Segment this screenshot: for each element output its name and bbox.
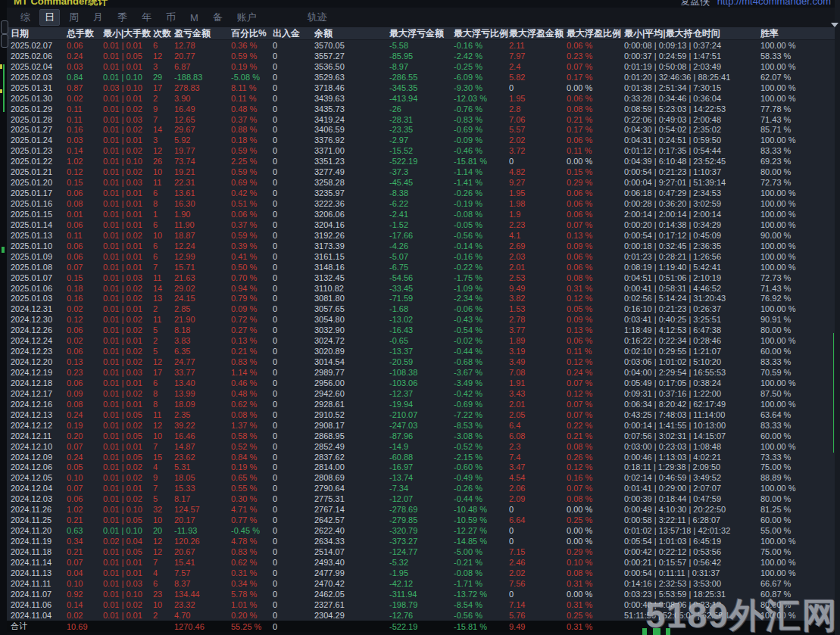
table-row[interactable]: 2025.01.200.150.01 | 0.031122.310.69 %03… [7, 177, 840, 188]
col-header-max-float-loss-pct[interactable]: 最大浮亏比例 [454, 27, 509, 40]
table-row[interactable]: 2024.12.180.060.01 | 0.01613.400.46 %029… [7, 378, 840, 388]
table-row[interactable]: 2024.12.110.200.01 | 0.051016.460.58 %02… [7, 431, 840, 441]
cell-pnl: 24.15 [174, 294, 231, 303]
table-row[interactable]: 2024.12.260.060.01 | 0.0258.180.27 %0303… [7, 325, 840, 335]
table-row[interactable]: 2024.11.190.340.02 | 0.0412120.264.78 %0… [7, 536, 840, 546]
table-row[interactable]: 2024.12.160.080.01 | 0.01818.090.62 %029… [7, 399, 840, 409]
table-row[interactable]: 2025.01.130.110.01 | 0.021018.870.59 %03… [7, 230, 840, 241]
table-row[interactable]: 2025.01.100.060.01 | 0.01612.240.39 %031… [7, 241, 840, 251]
table-row[interactable]: 2024.11.261.020.01 | 0.1032124.574.71 %0… [7, 504, 840, 515]
table-row[interactable]: 2024.11.140.070.01 | 0.01715.410.62 %024… [7, 557, 840, 568]
col-header-max-float-profit[interactable]: 最大浮盈金额 [509, 27, 567, 40]
tab-日[interactable]: 日 [39, 9, 60, 26]
table-row[interactable]: 2024.12.300.120.01 | 0.021121.900.72 %03… [7, 314, 840, 325]
tab-年[interactable]: 年 [136, 9, 157, 26]
cell-balance: 3081.80 [314, 294, 389, 303]
cell-percent: 0.51 % [231, 199, 273, 208]
tab-月[interactable]: 月 [88, 9, 108, 26]
cell-count: 6 [153, 579, 174, 588]
table-row[interactable]: 2025.02.040.030.01 | 0.0136.870.19 %0353… [7, 61, 840, 72]
table-row[interactable]: 2025.01.030.160.01 | 0.021324.150.79 %03… [7, 294, 840, 304]
table-row[interactable]: 2025.02.060.240.01 | 0.051220.770.59 %03… [7, 51, 840, 61]
cell-win-rate: 100.00 % [760, 304, 833, 313]
col-header-pnl[interactable]: 盈亏金额 [174, 27, 231, 40]
table-row[interactable]: 2024.12.240.020.01 | 0.0123.830.13 %0302… [7, 335, 840, 346]
cell-max-float-profit: 5.76 [509, 611, 567, 620]
col-header-count[interactable]: 次数 [153, 27, 174, 40]
col-header-deposit[interactable]: 出入金 [273, 27, 314, 40]
table-row[interactable]: 2024.11.250.210.01 | 0.051020.170.77 %02… [7, 515, 840, 525]
table-row[interactable]: 2025.01.280.110.01 | 0.03712.650.37 %034… [7, 114, 840, 125]
table-row[interactable]: 2025.01.230.140.01 | 0.021219.770.59 %03… [7, 145, 840, 156]
table-row[interactable]: 2025.02.070.060.01 | 0.01612.780.36 %035… [7, 40, 840, 51]
col-header-max-float-loss[interactable]: 最大浮亏金额 [389, 27, 454, 40]
table-row[interactable]: 2024.12.230.060.01 | 0.0256.350.21 %0302… [7, 346, 840, 356]
cell-minmax-lots: 0.01 | 0.03 [103, 579, 153, 588]
table-row[interactable]: 2024.12.090.240.01 | 0.051523.620.84 %02… [7, 452, 840, 462]
tab-币[interactable]: 币 [161, 9, 181, 26]
table-row[interactable]: 2025.01.210.120.01 | 0.021019.210.59 %03… [7, 167, 840, 177]
cell-max-float-profit: 0 [509, 537, 567, 546]
table-row[interactable]: 2025.01.290.110.01 | 0.02916.490.48 %034… [7, 104, 840, 114]
table-row[interactable]: 2025.01.160.080.01 | 0.01816.300.51 %032… [7, 198, 840, 209]
table-row[interactable]: 2024.12.040.070.01 | 0.01715.330.55 %027… [7, 483, 840, 493]
table-row[interactable]: 2024.11.130.040.01 | 0.0147.570.31 %0247… [7, 568, 840, 578]
table-row[interactable]: 2024.12.050.100.01 | 0.02918.050.65 %028… [7, 472, 840, 483]
table-row[interactable]: 2025.01.310.870.03 | 0.1017278.838.11 %0… [7, 82, 840, 93]
cell-deposit: 0 [273, 515, 314, 524]
scroll-down-arrow-icon[interactable] [831, 23, 838, 27]
tab-周[interactable]: 周 [64, 9, 84, 26]
brand-url-link[interactable]: http://mt4commander.com [717, 0, 831, 7]
cell-hold-time: 0:04:39 | 6:10:48 | 23:52:45 [624, 157, 760, 166]
table-row[interactable]: 2024.12.310.020.01 | 0.0122.850.09 %0305… [7, 303, 840, 314]
cell-date: 2024.11.20 [11, 526, 67, 535]
table-row[interactable]: 2024.11.200.630.01 | 0.1020-11.93-0.45 %… [7, 525, 840, 536]
table-row[interactable]: 2025.01.080.070.01 | 0.01715.710.50 %031… [7, 262, 840, 272]
col-header-minmax-lots[interactable]: 最小|大手数 [103, 27, 153, 40]
cell-balance: 2868.95 [314, 431, 389, 440]
col-header-hold-time[interactable]: 最小|平均|最大持仓时间 [624, 27, 760, 40]
cell-win-rate: 71.43 % [760, 115, 833, 124]
col-header-lots[interactable]: 总手数 [67, 27, 103, 40]
tab-综[interactable]: 综 [15, 9, 36, 26]
table-row[interactable]: 2025.01.070.150.01 | 0.031121.630.70 %03… [7, 272, 840, 283]
table-row[interactable]: 2025.02.030.840.01 | 0.1029-188.83-5.08 … [7, 72, 840, 82]
tab-备[interactable]: 备 [208, 9, 228, 26]
table-row[interactable]: 2024.11.180.210.01 | 0.051220.670.83 %02… [7, 546, 840, 557]
table-row[interactable]: 2024.12.170.090.01 | 0.02813.990.48 %029… [7, 388, 840, 399]
col-header-date[interactable]: 日期 [11, 27, 67, 40]
table-row[interactable]: 2024.12.120.190.01 | 0.021239.221.37 %02… [7, 420, 840, 431]
col-header-win-rate[interactable]: 胜率 [760, 27, 833, 40]
tab-账户[interactable]: 账户 [232, 9, 262, 26]
cell-minmax-lots: 0.01 | 0.02 [103, 347, 153, 356]
table-row[interactable]: 2025.01.140.060.01 | 0.01611.900.37 %032… [7, 219, 840, 230]
col-header-max-float-profit-pct[interactable]: 最大浮盈比例 [567, 27, 624, 40]
table-row[interactable]: 2024.12.190.230.01 | 0.031733.771.14 %02… [7, 367, 840, 378]
cell-count: 6 [153, 378, 174, 388]
cell-hold-time: 0:03:41 | 0:40:25 | 3:25:51 [624, 315, 760, 324]
table-row[interactable]: 2024.11.110.100.01 | 0.0368.370.34 %0247… [7, 578, 840, 589]
table-row[interactable]: 2025.01.060.180.01 | 0.021429.020.94 %03… [7, 283, 840, 294]
table-row[interactable]: 2025.01.240.030.01 | 0.0135.920.18 %0337… [7, 135, 840, 145]
tab-M[interactable]: M [185, 11, 204, 25]
table-row[interactable]: 2025.01.090.060.01 | 0.01612.990.41 %031… [7, 251, 840, 262]
cell-hold-time: 0:01:19 | 0:50:08 | 2:03:49 [624, 62, 760, 71]
tab-季[interactable]: 季 [112, 9, 133, 26]
table-row[interactable]: 2025.01.221.020.01 | 0.102673.742.25 %03… [7, 156, 840, 167]
cell-lots: 0.16 [67, 294, 103, 303]
col-header-percent[interactable]: 百分比% [231, 27, 273, 40]
cell-max-float-loss-pct: -1.14 % [454, 167, 509, 176]
table-row[interactable]: 2025.01.170.060.01 | 0.01613.610.42 %032… [7, 188, 840, 198]
table-row[interactable]: 2024.12.030.060.01 | 0.0258.170.30 %0277… [7, 493, 840, 504]
table-row[interactable]: 2024.12.200.130.01 | 0.021224.770.83 %03… [7, 356, 840, 367]
table-row[interactable]: 2024.12.130.240.01 | 0.05112.350.08 %029… [7, 409, 840, 420]
col-header-balance[interactable]: 余额 [314, 27, 389, 40]
table-row[interactable]: 2024.12.060.050.01 | 0.0245.310.19 %0281… [7, 462, 840, 473]
cell-percent: 0.83 % [231, 547, 273, 556]
table-row[interactable]: 2024.12.100.070.01 | 0.01714.870.52 %028… [7, 441, 840, 452]
cell-percent: 0.20 % [231, 611, 273, 620]
table-row[interactable]: 2025.01.300.020.01 | 0.0123.900.11 %0343… [7, 93, 840, 104]
tab-轨迹[interactable]: 轨迹 [302, 9, 333, 26]
table-row[interactable]: 2025.01.270.160.01 | 0.021429.670.88 %03… [7, 125, 840, 135]
table-row[interactable]: 2025.01.150.010.01 | 0.0111.900.06 %0320… [7, 209, 840, 219]
